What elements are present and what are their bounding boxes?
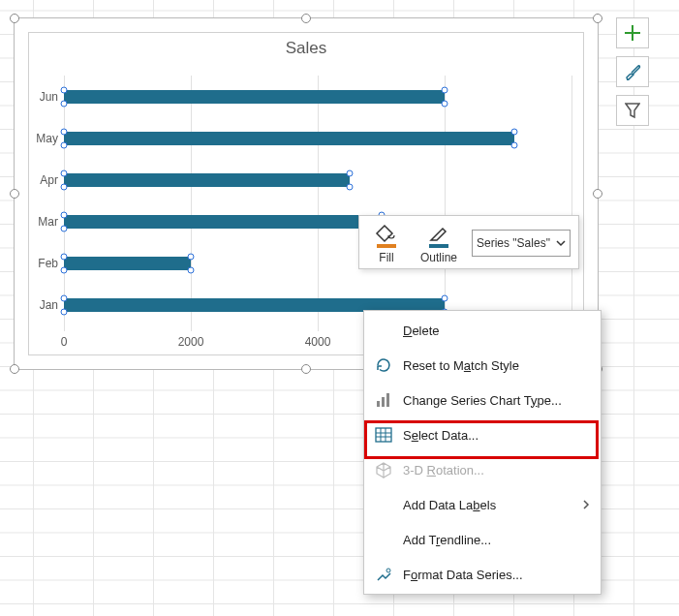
menu-format-data-series[interactable]: Format Data Series... — [364, 557, 601, 592]
chart-styles-button[interactable] — [616, 56, 649, 87]
svg-rect-0 — [377, 244, 396, 248]
svg-rect-2 — [377, 401, 380, 407]
chart-area[interactable]: Sales 02000400060008000JanFebMarAprMayJu… — [28, 32, 584, 355]
plot-area[interactable]: 02000400060008000JanFebMarAprMayJun — [64, 76, 571, 325]
mini-toolbar: Fill Outline Series "Sales" — [358, 215, 579, 269]
outline-label: Outline — [420, 251, 457, 264]
x-tick-label: 0 — [61, 335, 68, 349]
chart-elements-button[interactable] — [616, 17, 649, 48]
menu-add-data-labels[interactable]: Add Data Labels — [364, 487, 601, 522]
y-category-label: Apr — [31, 173, 58, 187]
y-category-label: Mar — [31, 215, 58, 229]
chart-quick-tools — [616, 17, 649, 126]
x-tick-label: 4000 — [305, 335, 331, 349]
svg-rect-5 — [376, 428, 391, 442]
chart-title[interactable]: Sales — [29, 33, 583, 58]
svg-rect-4 — [386, 393, 389, 407]
data-bar[interactable] — [64, 90, 445, 104]
y-category-label: Jan — [31, 298, 58, 312]
series-selector[interactable]: Series "Sales" — [472, 230, 571, 257]
fill-dropdown[interactable]: Fill — [367, 222, 406, 264]
chart-filters-button[interactable] — [616, 95, 649, 126]
chevron-right-icon — [581, 498, 591, 512]
data-bar[interactable] — [64, 215, 382, 229]
menu-select-data[interactable]: Select Data... — [364, 417, 601, 452]
table-icon — [372, 426, 395, 444]
format-icon — [372, 566, 395, 583]
data-bar[interactable] — [64, 257, 191, 270]
menu-reset-style[interactable]: Reset to Match Style — [364, 348, 601, 383]
x-tick-label: 2000 — [178, 335, 204, 349]
chevron-down-icon — [556, 238, 566, 248]
cube-icon — [372, 461, 395, 478]
menu-delete[interactable]: Delete — [364, 313, 601, 348]
y-category-label: Jun — [31, 90, 58, 104]
outline-icon — [425, 223, 452, 250]
menu-add-trendline[interactable]: Add Trendline... — [364, 522, 601, 557]
reset-icon — [372, 356, 395, 374]
funnel-icon — [625, 102, 640, 119]
menu-change-chart-type[interactable]: Change Series Chart Type... — [364, 383, 601, 417]
bar-chart-icon — [372, 391, 395, 409]
data-bar[interactable] — [64, 132, 514, 145]
plus-icon — [624, 24, 641, 42]
svg-rect-1 — [429, 244, 448, 248]
fill-label: Fill — [379, 251, 393, 264]
context-menu: Delete Reset to Match Style Change Serie… — [363, 310, 602, 595]
y-category-label: Feb — [31, 257, 58, 270]
menu-3d-rotation: 3-D Rotation... — [364, 452, 601, 487]
svg-rect-3 — [382, 397, 385, 407]
svg-point-10 — [386, 569, 390, 572]
series-selector-text: Series "Sales" — [477, 236, 550, 250]
outline-dropdown[interactable]: Outline — [416, 222, 462, 264]
data-bar[interactable] — [64, 173, 350, 187]
brush-icon — [624, 63, 641, 80]
fill-icon — [373, 223, 400, 250]
y-category-label: May — [31, 132, 58, 145]
